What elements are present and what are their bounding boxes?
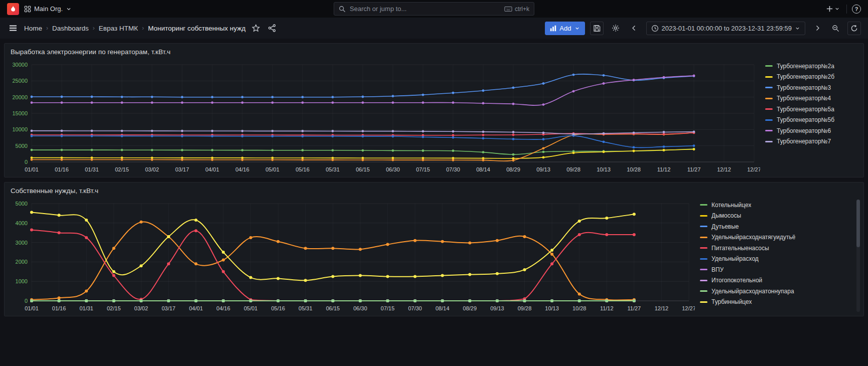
panel-own-needs: Собственные нужды, т.кВт.ч 01/0101/1601/… (4, 182, 864, 316)
chevron-right-icon (814, 25, 820, 31)
org-switcher[interactable]: Main Org. (24, 5, 72, 13)
svg-text:1000: 1000 (16, 278, 28, 284)
svg-text:05/16: 05/16 (271, 305, 285, 311)
panel-generation-title[interactable]: Выработка электроэнергии по генераторам,… (5, 44, 863, 60)
dashboard-settings-button[interactable] (609, 22, 623, 35)
svg-text:06/30: 06/30 (353, 305, 367, 311)
save-icon (593, 25, 601, 32)
legend-item[interactable]: Удельныйрасход (700, 254, 853, 265)
series-color-marker (700, 226, 707, 227)
legend-item[interactable]: Турбогенератор№7 (765, 136, 858, 147)
own-needs-chart-legend: КотельныйцехДымососыДутьевыеУдельныйрасх… (695, 199, 860, 314)
series-color-marker (765, 87, 773, 88)
series-color-marker (765, 76, 773, 78)
legend-item[interactable]: Дутьевые (700, 221, 853, 232)
legend-item[interactable]: Турбогенератор№5а (765, 104, 858, 115)
svg-text:01/01: 01/01 (25, 305, 39, 311)
legend-item[interactable]: ВПУ (700, 264, 853, 275)
legend-item[interactable]: Дымососы (700, 211, 853, 222)
series-color-marker (765, 141, 773, 142)
svg-text:01/31: 01/31 (85, 166, 99, 172)
refresh-button[interactable] (847, 22, 861, 35)
series-name: Турбогенератор№5а (777, 106, 834, 113)
shortcut-hint: ctrl+k (504, 6, 529, 13)
time-shift-back-button[interactable] (628, 22, 641, 35)
svg-text:01/31: 01/31 (79, 305, 93, 311)
series-color-marker (700, 247, 707, 249)
series-name: Дутьевые (711, 223, 739, 230)
breadcrumb: Home › Dashboards › Евраз НТМК › Монитор… (24, 25, 245, 32)
favorite-button[interactable] (250, 23, 261, 34)
legend-scrollbar[interactable] (856, 200, 860, 312)
series-name: Турбогенератор№5б (777, 116, 834, 123)
save-dashboard-button[interactable] (590, 22, 604, 35)
series-name: Питательныенасосы (711, 245, 769, 252)
svg-text:10/13: 10/13 (545, 305, 559, 311)
svg-text:07/30: 07/30 (446, 166, 460, 172)
svg-text:09/28: 09/28 (518, 305, 532, 311)
legend-item[interactable]: Турбогенератор№2а (765, 61, 858, 72)
legend-item[interactable]: Удельныйрасходнатягуидутьё (700, 232, 853, 243)
legend-item[interactable]: Удельныйрасходнатоннупара (700, 286, 853, 297)
own-needs-chart-plot[interactable]: 01/0101/1601/3102/1503/0203/1704/0104/16… (7, 199, 695, 314)
svg-text:08/14: 08/14 (436, 305, 450, 311)
svg-text:0: 0 (25, 159, 28, 165)
time-range-label: 2023-01-01 00:00:00 to 2023-12-31 23:59:… (662, 25, 792, 32)
share-button[interactable] (266, 23, 277, 34)
org-grid-icon (24, 6, 31, 13)
menu-icon (9, 24, 18, 33)
svg-text:12/12: 12/12 (717, 166, 731, 172)
svg-text:12/12: 12/12 (655, 305, 669, 311)
svg-text:0: 0 (25, 298, 28, 304)
series-name: Удельныйрасходнатягуидутьё (711, 234, 795, 241)
series-name: Турбогенератор№4 (777, 95, 831, 102)
time-shift-forward-button[interactable] (810, 22, 824, 35)
legend-item[interactable]: Турбогенератор№4 (765, 93, 858, 104)
generation-chart-plot[interactable]: 01/0101/1601/3102/1503/0203/1704/0104/16… (7, 60, 760, 175)
series-color-marker (700, 204, 707, 206)
legend-scrollbar-thumb[interactable] (856, 200, 860, 247)
breadcrumb-dashboards[interactable]: Dashboards (52, 25, 89, 32)
svg-text:05/01: 05/01 (265, 166, 279, 172)
panel-add-icon (550, 25, 556, 32)
series-color-marker (700, 280, 707, 281)
caret-down-icon (834, 6, 840, 12)
svg-text:02/15: 02/15 (107, 305, 121, 311)
add-panel-button[interactable]: Add (545, 22, 585, 35)
breadcrumb-home[interactable]: Home (24, 25, 42, 32)
svg-text:5000: 5000 (16, 143, 28, 149)
search-bar[interactable]: ctrl+k (334, 2, 534, 16)
breadcrumb-folder[interactable]: Евраз НТМК (99, 25, 138, 32)
svg-text:25000: 25000 (12, 78, 28, 84)
svg-text:11/12: 11/12 (600, 305, 614, 311)
legend-item[interactable]: Турбогенератор№3 (765, 82, 858, 93)
svg-text:03/02: 03/02 (145, 166, 159, 172)
panel-own-needs-title[interactable]: Собственные нужды, т.кВт.ч (5, 182, 863, 199)
legend-item[interactable]: Котельныйцех (700, 200, 853, 211)
svg-text:05/01: 05/01 (244, 305, 258, 311)
series-name: Итогопокотельной (711, 277, 762, 284)
grafana-logo[interactable] (7, 3, 19, 15)
svg-text:01/16: 01/16 (55, 166, 69, 172)
svg-text:03/17: 03/17 (175, 166, 189, 172)
legend-item[interactable]: Питательныенасосы (700, 243, 853, 254)
help-icon[interactable]: ? (852, 5, 861, 14)
svg-text:07/30: 07/30 (408, 305, 422, 311)
legend-item[interactable]: Турбогенератор№6 (765, 125, 858, 136)
legend-item[interactable]: Турбогенератор№5б (765, 115, 858, 126)
zoom-out-button[interactable] (829, 22, 842, 35)
series-name: ВПУ (711, 266, 724, 273)
mega-menu-button[interactable] (7, 22, 19, 34)
search-input[interactable] (350, 5, 500, 13)
new-menu-button[interactable] (824, 4, 841, 14)
svg-text:10/13: 10/13 (597, 166, 611, 172)
search-icon (339, 6, 346, 13)
legend-item[interactable]: Итогопокотельной (700, 275, 853, 286)
series-name: Турбогенератор№6 (777, 127, 831, 134)
flame-icon (10, 5, 17, 13)
time-range-picker[interactable]: 2023-01-01 00:00:00 to 2023-12-31 23:59:… (646, 22, 806, 35)
legend-item[interactable]: Турбогенератор№2б (765, 72, 858, 83)
svg-text:10000: 10000 (12, 126, 28, 132)
legend-item[interactable]: Турбинныйцех (700, 297, 853, 308)
clock-icon (651, 25, 659, 32)
